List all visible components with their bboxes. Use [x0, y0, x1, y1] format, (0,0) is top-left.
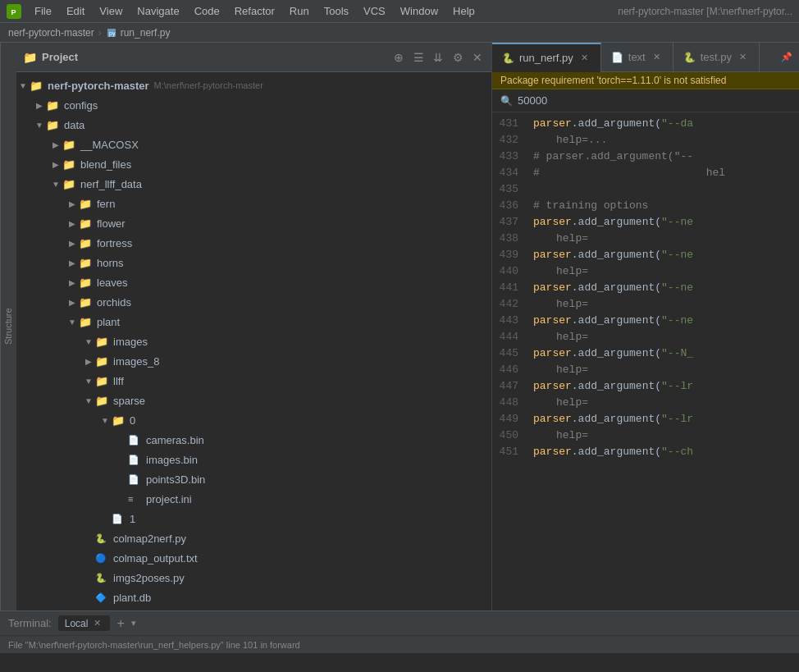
expand-macosx-icon: ▶ — [49, 140, 62, 149]
terminal-tab-close[interactable]: ✕ — [91, 617, 103, 629]
tree-item-images-bin[interactable]: 📄 images.bin — [16, 450, 491, 469]
line-num-446: 446 — [492, 362, 518, 378]
tab-test-py-close[interactable]: ✕ — [737, 51, 749, 63]
points3d-icon: 📄 — [128, 474, 143, 485]
1-label: 1 — [130, 513, 135, 525]
menu-tools[interactable]: Tools — [317, 3, 355, 19]
terminal-add-button[interactable]: + — [116, 616, 124, 631]
tree-item-nerf-llff[interactable]: ▼ 📁 nerf_llff_data — [16, 174, 491, 194]
line-num-443: 443 — [492, 313, 518, 329]
tab-test-py[interactable]: 🐍 test.py ✕ — [673, 43, 760, 72]
terminal-local-tab[interactable]: Local ✕ — [58, 615, 111, 631]
tree-item-1[interactable]: 📄 1 — [16, 509, 491, 528]
breadcrumb-project[interactable]: nerf-pytorch-master — [8, 27, 94, 39]
tree-item-images8[interactable]: ▶ 📁 images_8 — [16, 351, 491, 371]
scroll-from-source-icon[interactable]: ☰ — [411, 50, 426, 65]
status-text: File "M:\nerf\nerf-pytorch-master\run_ne… — [8, 640, 300, 650]
code-line-439: parser.add_argument("--ne — [533, 247, 791, 263]
menu-code[interactable]: Code — [188, 3, 226, 19]
code-line-431: parser.add_argument("--da — [533, 116, 791, 132]
app-logo: P — [7, 4, 21, 19]
tree-item-cameras-bin[interactable]: 📄 cameras.bin — [16, 430, 491, 450]
menu-help[interactable]: Help — [446, 3, 482, 19]
menu-navigate[interactable]: Navigate — [130, 3, 185, 19]
tree-root[interactable]: ▼ 📁 nerf-pytorch-master M:\nerf\nerf-pyt… — [16, 75, 491, 95]
menu-window[interactable]: Window — [394, 3, 445, 19]
tree-item-project-ini[interactable]: ≡ project.ini — [16, 489, 491, 509]
menu-run[interactable]: Run — [283, 3, 316, 19]
line-num-437: 437 — [492, 214, 518, 231]
project-ini-label: project.ini — [146, 493, 192, 505]
settings-icon[interactable]: ⚙ — [450, 50, 465, 65]
menu-vcs[interactable]: VCS — [357, 3, 392, 19]
code-line-448: help= — [533, 395, 791, 411]
sparse-label: sparse — [113, 395, 145, 407]
images8-folder-icon: 📁 — [95, 355, 110, 368]
tree-item-blend-files[interactable]: ▶ 📁 blend_files — [16, 154, 491, 174]
plant-db-label: plant.db — [113, 592, 151, 604]
horns-label: horns — [97, 257, 124, 269]
tree-item-leaves[interactable]: ▶ 📁 leaves — [16, 272, 491, 292]
orchids-label: orchids — [97, 296, 131, 309]
tree-item-configs[interactable]: ▶ 📁 configs — [16, 95, 491, 115]
tab-run-nerf[interactable]: 🐍 run_nerf.py ✕ — [492, 43, 601, 72]
tree-item-llff[interactable]: ▼ 📁 llff — [16, 371, 491, 391]
project-folder-icon: 📁 — [23, 51, 37, 64]
tree-item-fortress[interactable]: ▶ 📁 fortress — [16, 233, 491, 253]
breadcrumb-file[interactable]: run_nerf.py — [121, 27, 171, 39]
code-line-441: parser.add_argument("--ne — [533, 280, 791, 296]
menu-file[interactable]: File — [28, 3, 58, 19]
window-title: nerf-pytorch-master [M:\nerf\nerf-pytor.… — [618, 6, 792, 17]
configs-label: configs — [64, 99, 98, 112]
tab-run-nerf-label: run_nerf.py — [519, 52, 573, 64]
terminal-chevron-icon[interactable]: ▾ — [131, 618, 136, 629]
tree-item-orchids[interactable]: ▶ 📁 orchids — [16, 292, 491, 312]
tree-item-points3d[interactable]: 📄 points3D.bin — [16, 469, 491, 489]
tree-item-colmap2nerf[interactable]: 🐍 colmap2nerf.py — [16, 528, 491, 548]
expand-flower-icon: ▶ — [66, 219, 79, 228]
terminal-tab-label: Local — [65, 618, 89, 629]
code-content[interactable]: parser.add_argument("--dahelp=...# parse… — [525, 112, 799, 610]
breadcrumb-separator: › — [98, 27, 102, 39]
add-content-icon[interactable]: ⊕ — [391, 50, 406, 65]
warning-text: Package requirement 'torch==1.11.0' is n… — [500, 75, 726, 86]
menu-refactor[interactable]: Refactor — [228, 3, 281, 19]
tree-item-horns[interactable]: ▶ 📁 horns — [16, 253, 491, 272]
code-line-450: help= — [533, 427, 791, 444]
sparse-folder-icon: 📁 — [95, 395, 110, 407]
tree-item-imgs2poses[interactable]: 🐍 imgs2poses.py — [16, 568, 491, 587]
macosx-folder-icon: 📁 — [62, 139, 77, 151]
search-bar: 🔍 50000 — [492, 89, 799, 112]
tab-run-nerf-close[interactable]: ✕ — [578, 52, 591, 64]
expand-leaves-icon: ▶ — [66, 278, 79, 287]
tree-item-sparse[interactable]: ▼ 📁 sparse — [16, 391, 491, 410]
tree-item-plant[interactable]: ▼ 📁 plant — [16, 312, 491, 331]
close-panel-icon[interactable]: ✕ — [470, 50, 485, 65]
expand-fern-icon: ▶ — [66, 199, 79, 208]
root-path: M:\nerf\nerf-pytorch-master — [154, 80, 263, 90]
tree-item-fern[interactable]: ▶ 📁 fern — [16, 194, 491, 213]
tree-item-flower[interactable]: ▶ 📁 flower — [16, 213, 491, 233]
tree-item-0[interactable]: ▼ 📁 0 — [16, 410, 491, 430]
tree-item-images[interactable]: ▼ 📁 images — [16, 331, 491, 351]
code-line-432: help=... — [533, 132, 791, 149]
tab-text[interactable]: 📄 text ✕ — [601, 43, 673, 72]
tree-item-macosx[interactable]: ▶ 📁 __MACOSX — [16, 135, 491, 154]
tree-item-data[interactable]: ▼ 📁 data — [16, 115, 491, 135]
code-line-440: help= — [533, 263, 791, 280]
menu-view[interactable]: View — [93, 3, 129, 19]
horns-folder-icon: 📁 — [79, 257, 94, 269]
tree-item-plant-db[interactable]: 🔷 plant.db — [16, 587, 491, 607]
root-folder-icon: 📁 — [30, 80, 44, 92]
images8-label: images_8 — [113, 355, 159, 368]
line-num-436: 436 — [492, 198, 518, 214]
search-icon: 🔍 — [500, 95, 513, 107]
tab-text-close[interactable]: ✕ — [651, 51, 663, 63]
code-line-449: parser.add_argument("--lr — [533, 411, 791, 427]
menu-edit[interactable]: Edit — [60, 3, 91, 19]
plant-db-icon: 🔷 — [95, 592, 110, 603]
line-num-447: 447 — [492, 378, 518, 395]
collapse-all-icon[interactable]: ⇊ — [431, 50, 445, 65]
tree-item-colmap-output[interactable]: 🔵 colmap_output.txt — [16, 548, 491, 568]
line-num-431: 431 — [492, 116, 518, 132]
